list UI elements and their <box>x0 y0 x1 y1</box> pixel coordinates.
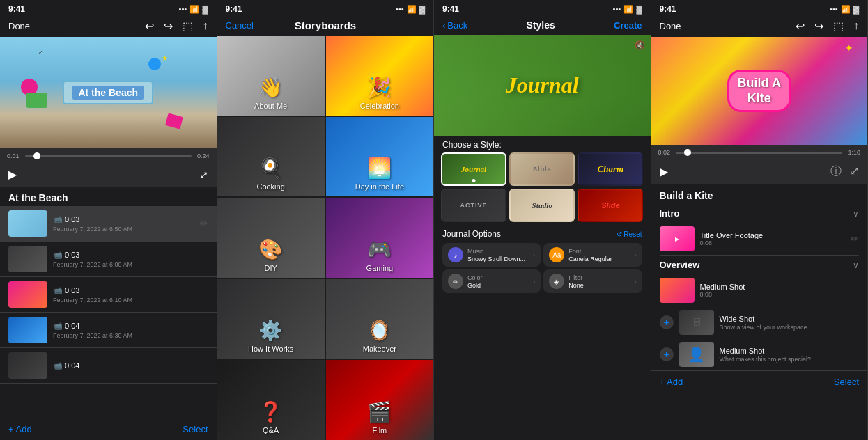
sb-daylife[interactable]: 🌅 Day in the Life <box>326 117 433 197</box>
film-icon: 🎬 <box>367 400 392 423</box>
deco-pink-rect <box>165 113 183 129</box>
overview-clip-title-1: Wide Shot <box>720 315 860 323</box>
style-slide[interactable]: Slide <box>509 152 575 186</box>
intro-edit-0[interactable]: ✏ <box>851 233 859 244</box>
cooking-icon: 🍳 <box>258 157 283 180</box>
clip-item-3[interactable]: 📹 0:04 February 7, 2022 at 6:30 AM <box>0 313 217 348</box>
timeline-4: 0:02 1:10 <box>651 145 868 160</box>
status-bar-1: 9:41 ▪▪▪ 📶 ▓ <box>0 0 217 17</box>
crop-icon-4[interactable]: ⬚ <box>833 19 844 33</box>
done-button-1[interactable]: Done <box>8 21 30 31</box>
battery-icon-3: ▓ <box>636 5 642 13</box>
overview-clip-1[interactable]: + 🖥 Wide Shot Show a view of your worksp… <box>651 306 868 338</box>
back-button-3[interactable]: ‹ Back <box>442 20 467 31</box>
storyboard-grid: 👋 About Me 🎉 Celebration 🍳 Cooking 🌅 Day… <box>217 36 434 440</box>
sb-about[interactable]: 👋 About Me <box>217 36 325 116</box>
clip-duration-1: 📹 0:03 <box>53 251 208 260</box>
share-icon-1[interactable]: ↑ <box>203 19 208 33</box>
time-end-4: 1:10 <box>848 149 860 156</box>
option-filter[interactable]: ◈ Filter None › <box>543 269 642 293</box>
style-journal[interactable]: Journal <box>441 152 506 186</box>
sb-howitworks[interactable]: ⚙️ How It Works <box>217 279 325 359</box>
journal-options: Journal Options ↺ Reset ♪ Music Snowy St… <box>434 226 651 296</box>
medium-shot-plus[interactable]: + <box>660 347 674 361</box>
overview-clip-2[interactable]: + 👤 Medium Shot What makes this project … <box>651 338 868 370</box>
play-button-4[interactable]: ▶ <box>660 165 668 178</box>
wifi-icon-1: 📶 <box>189 5 199 14</box>
intro-clip-0[interactable]: ▶ Title Over Footage 0:06 ✏ <box>651 223 868 255</box>
create-button-3[interactable]: Create <box>614 20 642 31</box>
sb-diy[interactable]: 🎨 DIY <box>217 198 325 278</box>
clip-item-1[interactable]: 📹 0:03 February 7, 2022 at 6:00 AM <box>0 242 217 277</box>
timeline-track-4[interactable] <box>676 152 842 154</box>
done-button-4[interactable]: Done <box>660 21 681 31</box>
clip-item-0[interactable]: 📹 0:03 February 7, 2022 at 6:50 AM ✏ <box>0 206 217 242</box>
option-font[interactable]: Aa Font Canela Regular › <box>543 243 642 267</box>
person-icon: 👤 <box>688 346 705 363</box>
signal-icon-2: ▪▪▪ <box>396 5 404 13</box>
clip-date-2: February 7, 2022 at 6:10 AM <box>53 297 208 304</box>
reset-button[interactable]: ↺ Reset <box>617 230 642 238</box>
clip-duration-4: 📹 0:04 <box>53 361 208 370</box>
select-button-1[interactable]: Select <box>183 424 208 434</box>
option-music[interactable]: ♪ Music Snowy Stroll Down... › <box>442 243 541 267</box>
playhead-1[interactable] <box>33 152 40 159</box>
undo-icon-1[interactable]: ↩ <box>145 19 154 33</box>
celebration-label: Celebration <box>360 102 399 110</box>
crop-icon-1[interactable]: ⬚ <box>183 19 193 33</box>
music-chevron: › <box>533 251 535 259</box>
clip-edit-0[interactable]: ✏ <box>200 218 208 229</box>
diy-label: DIY <box>264 264 277 272</box>
status-icons-2: ▪▪▪ 📶 ▓ <box>396 5 425 14</box>
font-val: Canela Regular <box>568 256 630 262</box>
sb-cooking[interactable]: 🍳 Cooking <box>217 117 325 197</box>
clip-meta-2: 📹 0:03 February 7, 2022 at 6:10 AM <box>53 286 208 304</box>
select-button-4[interactable]: Select <box>834 377 859 387</box>
option-color[interactable]: ✏ Color Gold › <box>442 269 541 293</box>
sb-qa[interactable]: ❓ Q&A <box>217 360 325 440</box>
redo-icon-1[interactable]: ↪ <box>164 19 173 33</box>
wide-shot-plus[interactable]: + <box>660 315 674 329</box>
font-icon: Aa <box>549 247 564 262</box>
beach-overlay-text: At the Beach <box>72 86 144 100</box>
sb-celebration[interactable]: 🎉 Celebration <box>326 36 433 116</box>
play-button-1[interactable]: ▶ <box>8 168 17 181</box>
clip-meta-3: 📹 0:04 February 7, 2022 at 6:30 AM <box>53 322 208 339</box>
sb-film[interactable]: 🎬 Film <box>326 360 433 440</box>
clip-thumb-4 <box>8 352 47 379</box>
styles-title: Styles <box>527 19 555 31</box>
intro-section-header[interactable]: Intro ∨ <box>651 204 868 223</box>
clip-item-2[interactable]: 📹 0:03 February 7, 2022 at 6:10 AM <box>0 277 217 313</box>
color-key: Color <box>467 274 529 281</box>
about-icon: 👋 <box>258 76 283 99</box>
style-active[interactable]: Active <box>441 189 506 222</box>
style-charm[interactable]: Charm <box>578 152 643 186</box>
chevron-left-icon: ‹ <box>442 20 445 31</box>
sb-makeover[interactable]: 🪞 Makeover <box>326 279 433 359</box>
options-grid: ♪ Music Snowy Stroll Down... › Aa Font C… <box>442 243 642 293</box>
video-icon-1: 📹 <box>53 251 63 260</box>
style-studio[interactable]: Studio <box>509 189 575 222</box>
share-icon-4[interactable]: ↑ <box>853 19 859 33</box>
playhead-4[interactable] <box>684 149 691 156</box>
add-button-4[interactable]: + Add <box>660 377 683 387</box>
add-button-1[interactable]: + Add <box>8 424 32 434</box>
deco-green-rect <box>26 93 47 108</box>
sb-gaming[interactable]: 🎮 Gaming <box>326 198 433 278</box>
overview-section-header[interactable]: Overview ∨ <box>651 256 868 274</box>
cancel-button-2[interactable]: Cancel <box>226 20 254 31</box>
expand-button-1[interactable]: ⤢ <box>200 169 208 180</box>
undo-icon-4[interactable]: ↩ <box>796 19 805 33</box>
about-label: About Me <box>254 102 287 110</box>
overview-clip-0[interactable]: Medium Shot 0:08 <box>651 274 868 306</box>
mute-icon-3[interactable]: 🔇 <box>635 40 645 50</box>
expand-button-4[interactable]: ⤢ <box>850 164 859 179</box>
info-button-4[interactable]: ⓘ <box>830 164 842 179</box>
howitworks-icon: ⚙️ <box>258 319 283 342</box>
clip-item-4[interactable]: 📹 0:04 <box>0 348 217 384</box>
style-slide2[interactable]: Slide <box>578 189 643 222</box>
redo-icon-4[interactable]: ↪ <box>814 19 823 33</box>
duration-text-2: 0:03 <box>65 286 79 294</box>
timeline-track-1[interactable] <box>25 155 192 157</box>
status-time-3: 9:41 <box>442 4 459 14</box>
